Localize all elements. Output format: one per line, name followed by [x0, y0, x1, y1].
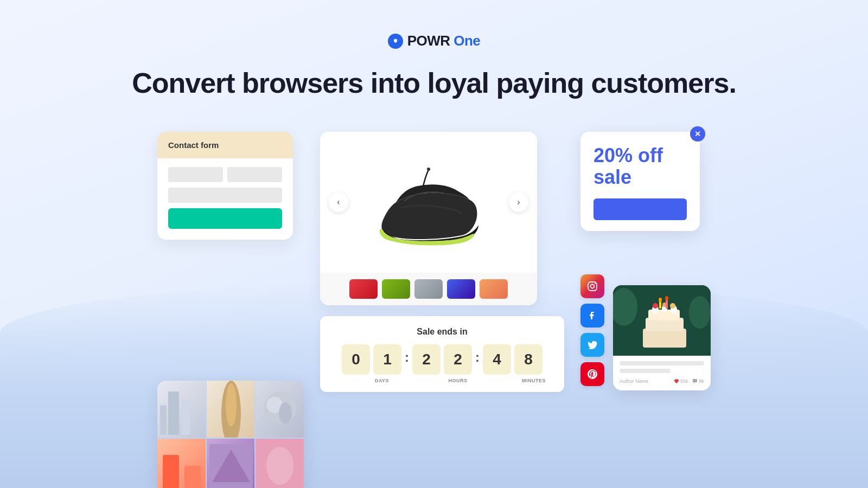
shoe-thumb-1[interactable]: [349, 279, 378, 299]
gallery-cell-1: [157, 381, 206, 438]
facebook-icon-button[interactable]: [580, 304, 604, 328]
blog-post-image: [613, 285, 711, 356]
gallery-cell-3: [256, 381, 304, 438]
svg-point-18: [591, 285, 595, 288]
svg-rect-3: [182, 400, 190, 435]
blog-title-line-1: [620, 361, 704, 365]
gallery-cell-2: [207, 381, 255, 438]
svg-point-16: [427, 168, 430, 171]
shoe-main-display: ‹: [320, 132, 537, 273]
blog-title-line-2: [620, 369, 671, 373]
cd-hours-label: HOURS: [444, 378, 472, 383]
shoe-thumb-4[interactable]: [447, 279, 475, 299]
svg-point-22: [689, 296, 711, 329]
cd-minutes-label: MINUTES: [520, 378, 548, 383]
svg-point-34: [659, 298, 662, 302]
cd-days-label-1: [336, 378, 365, 383]
shoe-thumbnails: [320, 273, 537, 305]
blog-author: Author Name: [620, 378, 648, 384]
countdown-hours-ones: 2: [444, 344, 472, 375]
logo-icon: [388, 34, 403, 49]
logo-area: POWR One: [388, 33, 481, 49]
cf-last-name-field: [227, 167, 282, 182]
cf-email-field: [168, 188, 282, 203]
cd-days-label: DAYS: [368, 378, 396, 383]
countdown-hours-tens: 2: [412, 344, 441, 375]
page-headline: Convert browsers into loyal paying custo…: [132, 67, 736, 99]
carousel-next-button[interactable]: ›: [509, 192, 528, 212]
contact-form-card: Contact form: [157, 132, 293, 240]
blog-post-card: Author Name 65k 8k: [613, 285, 711, 390]
countdown-card: Sale ends in 0 1 : 2 2 : 4 8 DAYS HOURS: [320, 316, 564, 392]
svg-rect-23: [643, 329, 686, 348]
countdown-title: Sale ends in: [336, 327, 548, 337]
cf-first-name-field: [168, 167, 223, 182]
shoe-thumb-2[interactable]: [382, 279, 410, 299]
svg-point-35: [665, 296, 668, 300]
svg-rect-11: [184, 466, 201, 488]
social-icons-card: [580, 274, 604, 386]
instagram-icon-button[interactable]: [580, 274, 604, 298]
countdown-labels: DAYS HOURS MINUTES: [336, 378, 548, 383]
countdown-sep-1: :: [405, 350, 409, 369]
svg-point-6: [226, 383, 237, 427]
logo-text: POWR One: [407, 33, 481, 49]
svg-rect-2: [168, 391, 179, 435]
svg-point-9: [279, 402, 292, 424]
twitter-icon-button[interactable]: [580, 333, 604, 357]
svg-point-1: [394, 40, 397, 42]
shoe-thumb-5[interactable]: [480, 279, 508, 299]
cd-minutes-label-1: [488, 378, 516, 383]
countdown-minutes-tens: 4: [483, 344, 511, 375]
cake-illustration: [613, 285, 711, 356]
cf-submit-button[interactable]: [168, 208, 282, 229]
shoe-carousel-card: ‹: [320, 132, 537, 305]
carousel-prev-button[interactable]: ‹: [329, 192, 348, 212]
promo-discount-text: 20% offsale: [593, 145, 687, 188]
countdown-days-tens: 0: [342, 344, 370, 375]
cd-sep-spacer-1: [399, 378, 409, 383]
shoe-thumb-3[interactable]: [414, 279, 443, 299]
gallery-card: [157, 381, 304, 488]
contact-form-body: [157, 158, 293, 240]
page-wrapper: POWR One Convert browsers into loyal pay…: [0, 0, 868, 488]
pinterest-icon-button[interactable]: [580, 362, 604, 386]
promo-popup-card: ✕ 20% offsale: [580, 132, 700, 231]
countdown-days-ones: 1: [373, 344, 401, 375]
svg-rect-4: [160, 405, 167, 435]
gallery-cell-5: [207, 439, 255, 488]
blog-post-meta: Author Name 65k 8k: [620, 378, 704, 384]
promo-close-button[interactable]: ✕: [690, 126, 705, 142]
cd-sep-spacer-2: [475, 378, 485, 383]
cd-hours-label-1: [412, 378, 441, 383]
countdown-boxes: 0 1 : 2 2 : 4 8: [336, 344, 548, 375]
blog-engagement: 65k 8k: [674, 378, 704, 384]
blog-likes-count: 65k: [674, 378, 688, 384]
svg-rect-10: [163, 455, 179, 488]
cf-name-row: [168, 167, 282, 182]
blog-post-body: Author Name 65k 8k: [613, 356, 711, 390]
gallery-cell-6: [256, 439, 304, 488]
svg-point-29: [653, 303, 658, 309]
countdown-sep-2: :: [475, 350, 480, 369]
blog-comments-count: 8k: [692, 378, 704, 384]
gallery-grid: [157, 381, 304, 488]
svg-point-15: [266, 447, 293, 485]
svg-point-31: [670, 303, 675, 309]
promo-cta-button[interactable]: [593, 198, 687, 220]
svg-point-19: [595, 283, 596, 284]
shoe-image: [358, 148, 499, 256]
cards-area: Contact form: [0, 132, 868, 488]
countdown-minutes-ones: 8: [514, 344, 542, 375]
gallery-cell-4: [157, 439, 206, 488]
contact-form-header: Contact form: [157, 132, 293, 158]
